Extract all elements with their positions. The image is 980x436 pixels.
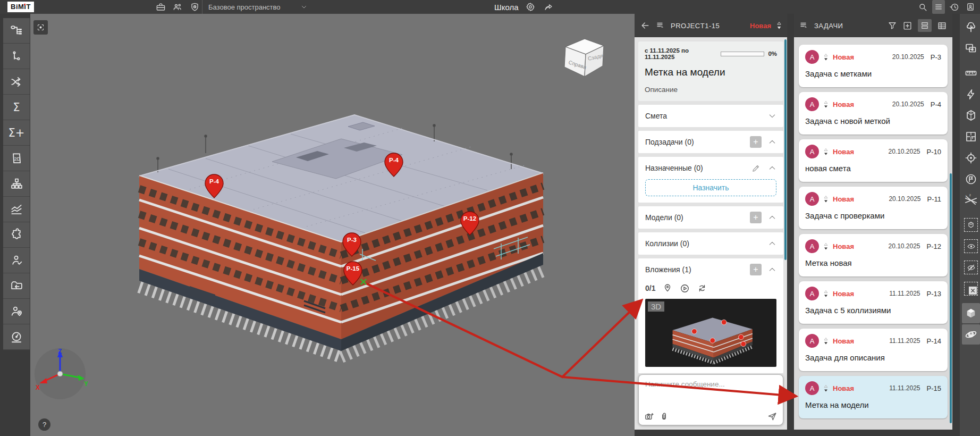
chevron-up-icon[interactable] xyxy=(768,239,776,248)
sidebar-user-check-button[interactable] xyxy=(3,248,30,273)
attachment-thumbnail[interactable]: 3D xyxy=(645,299,776,367)
priority-sort-icon[interactable] xyxy=(776,21,782,30)
axis-gizmo[interactable]: Z Y X xyxy=(32,346,88,401)
topbar-tools xyxy=(154,0,201,14)
help-button[interactable]: ? xyxy=(38,418,50,431)
sidebar-model-tree-button[interactable] xyxy=(3,18,30,44)
account-icon[interactable] xyxy=(964,0,977,14)
flag-tool-button[interactable] xyxy=(962,169,980,189)
playlist-icon[interactable] xyxy=(799,21,809,30)
model-pin[interactable]: P-15 xyxy=(342,261,364,286)
sidebar-line-chart-button[interactable] xyxy=(3,197,30,222)
attach-screenshot-button[interactable] xyxy=(644,412,654,422)
merge-lines-off-button[interactable]: 12 xyxy=(962,190,980,211)
screens-capture-button[interactable] xyxy=(962,38,980,58)
assign-button[interactable]: Назначить xyxy=(645,179,776,196)
model-pin[interactable]: P-3 xyxy=(341,232,362,257)
back-button[interactable] xyxy=(640,20,650,31)
section-models[interactable]: Модели (0) + xyxy=(638,206,783,229)
task-card[interactable]: А Новая 20.10.2025 P-12 Метка новая xyxy=(799,234,948,276)
select-visible-button[interactable] xyxy=(962,236,980,256)
task-card[interactable]: А Новая 11.11.2025 P-14 Задача для описа… xyxy=(799,329,948,371)
chevron-down-icon[interactable] xyxy=(768,112,776,120)
model-pin[interactable]: P-12 xyxy=(459,211,480,236)
shield-icon[interactable] xyxy=(188,0,201,14)
select-hidden-button[interactable] xyxy=(962,257,980,278)
sidebar-gauge-button[interactable] xyxy=(3,324,30,350)
topbar-divider xyxy=(202,0,202,14)
sidebar-folder-transfer-button[interactable] xyxy=(3,273,30,299)
list-view-icon[interactable] xyxy=(932,0,945,14)
attachment-play-button[interactable] xyxy=(680,283,690,294)
task-card[interactable]: А Новая 20.10.2025 P-10 новая смета xyxy=(799,139,948,182)
add-model-button[interactable]: + xyxy=(750,212,762,223)
task-card[interactable]: А Новая 20.10.2025 P-4 Задача с новой ме… xyxy=(799,92,948,135)
search-icon[interactable] xyxy=(916,0,929,14)
workspace-select[interactable]: Базовое пространство xyxy=(208,0,307,14)
sidebar-sum-add-button[interactable]: Σ+ xyxy=(3,120,30,146)
playlist-icon-glyph xyxy=(656,21,665,30)
status-badge: Новая xyxy=(833,384,854,392)
model-pin[interactable]: P-4 xyxy=(204,173,225,199)
building-model[interactable] xyxy=(30,14,635,436)
message-input[interactable] xyxy=(644,379,780,409)
attachment-refresh-button[interactable] xyxy=(697,283,707,293)
tree-tool-button[interactable] xyxy=(962,17,980,37)
sidebar-shuffle-button[interactable] xyxy=(3,69,30,95)
task-card[interactable]: А Новая 20.10.2025 P-3 Задача с метками xyxy=(799,45,948,87)
filter-button[interactable] xyxy=(888,21,897,30)
view-cube[interactable]: Справа Сзади xyxy=(559,34,608,80)
avatar: А xyxy=(805,97,819,111)
attach-file-button[interactable] xyxy=(660,412,669,421)
solid-view-button[interactable] xyxy=(962,303,980,323)
progress-bar[interactable] xyxy=(721,52,764,56)
priority-icon xyxy=(823,53,829,61)
team-icon[interactable] xyxy=(171,0,184,14)
sidebar-user-location-button[interactable] xyxy=(3,299,30,324)
app-logo[interactable]: BiMiT xyxy=(7,2,34,12)
sidebar-2d-sheet-button[interactable]: 2D xyxy=(3,146,30,171)
attachments-label: Вложения (1) xyxy=(645,265,750,274)
floor-plan-button[interactable] xyxy=(962,127,980,147)
playlist-icon[interactable] xyxy=(656,21,665,30)
model-pin[interactable]: P-4 xyxy=(383,152,404,178)
tasks-panel-scrollbar[interactable] xyxy=(950,173,952,423)
sidebar-sum-button[interactable]: Σ xyxy=(3,95,30,120)
list-layout-button[interactable] xyxy=(918,19,932,32)
task-card-selected[interactable]: А Новая 11.11.2025 P-15 Метка на модели xyxy=(799,376,948,418)
chevron-up-icon[interactable] xyxy=(768,265,776,274)
share-icon[interactable] xyxy=(542,0,555,14)
section-estimate[interactable]: Смета xyxy=(638,105,783,127)
viewport-3d[interactable]: P-4 P-4 P-12 P-3 P-15 Справа Сзади xyxy=(30,14,635,436)
sidebar-org-chart-button[interactable] xyxy=(3,171,30,197)
task-card[interactable]: А Новая 20.10.2025 P-11 Задача с проверк… xyxy=(799,187,948,229)
target-tool-button[interactable] xyxy=(962,148,980,168)
table-layout-button[interactable] xyxy=(937,21,947,31)
sidebar-puzzle-button[interactable] xyxy=(3,222,30,248)
add-attachment-button[interactable]: + xyxy=(750,264,762,275)
sidebar-git-branch-button[interactable] xyxy=(3,44,30,69)
pin-label: P-4 xyxy=(383,157,404,163)
send-message-button[interactable] xyxy=(767,411,778,422)
chevron-up-icon[interactable] xyxy=(768,164,776,172)
attachment-pin-button[interactable] xyxy=(663,283,672,293)
section-collisions[interactable]: Коллизии (0) xyxy=(638,232,783,255)
section-subtasks[interactable]: Подзадачи (0) + xyxy=(638,131,783,153)
briefcase-icon[interactable] xyxy=(154,0,167,14)
gear-icon[interactable] xyxy=(524,0,537,14)
history-icon[interactable] xyxy=(948,0,961,14)
detail-panel-scrollbar[interactable] xyxy=(784,39,787,260)
add-task-button[interactable] xyxy=(902,21,913,31)
section-cube-button[interactable] xyxy=(962,105,980,125)
add-subtask-button[interactable]: + xyxy=(750,136,762,148)
chevron-up-icon[interactable] xyxy=(768,213,776,222)
ruler-tool-button[interactable] xyxy=(962,63,980,83)
select-clear-button[interactable] xyxy=(962,279,980,299)
task-id: P-10 xyxy=(927,148,941,156)
edit-assignees-button[interactable] xyxy=(751,164,761,173)
orbit-view-button[interactable] xyxy=(962,324,980,345)
flash-tool-button[interactable] xyxy=(962,84,980,104)
chevron-up-icon[interactable] xyxy=(768,138,776,146)
task-card[interactable]: А Новая 11.11.2025 P-13 Задача с 5 колли… xyxy=(799,281,948,324)
select-cube-button[interactable] xyxy=(962,215,980,235)
